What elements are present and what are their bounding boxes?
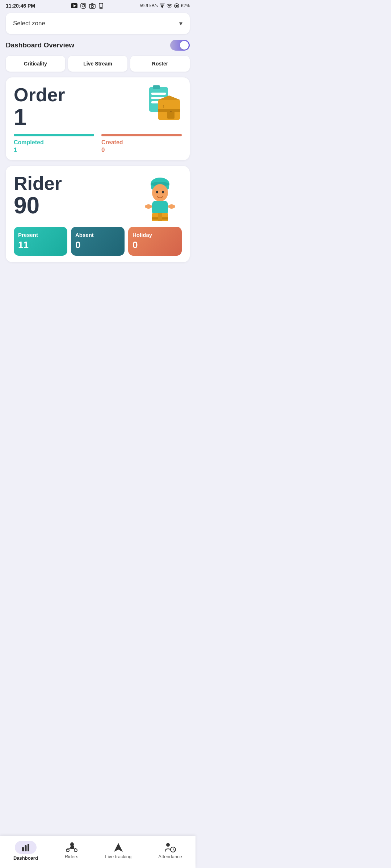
dashboard-toggle[interactable] [170, 40, 190, 51]
svg-rect-2 [81, 3, 86, 8]
status-right: 59.9 kB/s 62% [140, 3, 190, 8]
sync-icon [174, 3, 179, 8]
present-label: Present [18, 232, 63, 238]
svg-rect-23 [167, 111, 175, 119]
battery-percent: 62% [181, 3, 190, 8]
svg-rect-38 [158, 213, 162, 221]
network-speed: 59.9 kB/s [140, 3, 158, 8]
created-stat: Created 0 [101, 134, 182, 154]
main-content: Select zone ▾ Dashboard Overview Critica… [0, 10, 196, 297]
order-card: Order 1 [6, 77, 190, 160]
svg-text:↑: ↑ [162, 104, 164, 109]
svg-point-4 [84, 4, 85, 5]
svg-point-31 [156, 191, 158, 193]
rider-title: Rider [14, 174, 62, 193]
completed-value: 1 [14, 146, 94, 154]
svg-point-34 [145, 204, 152, 209]
rider-text: Rider 90 [14, 174, 62, 218]
holiday-label: Holiday [133, 232, 177, 238]
completed-bar [14, 134, 94, 136]
holiday-stat: Holiday 0 [128, 227, 182, 256]
svg-marker-11 [161, 6, 163, 8]
rider-number: 90 [14, 193, 62, 218]
tab-live-stream[interactable]: Live Stream [68, 56, 127, 72]
svg-point-12 [169, 8, 170, 8]
absent-stat: Absent 0 [71, 227, 125, 256]
svg-rect-19 [153, 85, 160, 89]
rider-illustration [138, 174, 182, 221]
absent-value: 0 [75, 239, 120, 251]
present-stat: Present 11 [14, 227, 67, 256]
svg-rect-22 [158, 109, 180, 112]
camera-icon [89, 3, 96, 9]
tab-criticality[interactable]: Criticality [6, 56, 65, 72]
order-number: 1 [14, 106, 65, 129]
zone-selector-label: Select zone [13, 20, 45, 27]
dashboard-title: Dashboard Overview [6, 41, 74, 49]
status-bar: 11:20:46 PM 59.9 kB/s [0, 0, 196, 10]
svg-point-14 [176, 5, 178, 7]
order-text: Order 1 [14, 85, 65, 129]
phone-icon [98, 3, 104, 9]
order-stats: Completed 1 Created 0 [14, 134, 182, 154]
svg-point-6 [91, 5, 93, 8]
created-value: 0 [101, 146, 182, 154]
rider-card: Rider 90 [6, 166, 190, 262]
order-title: Order [14, 85, 65, 104]
holiday-value: 0 [133, 239, 177, 251]
status-time: 11:20:46 PM [6, 3, 35, 9]
zone-selector[interactable]: Select zone ▾ [6, 13, 190, 34]
instagram-icon [80, 3, 86, 9]
youtube-icon [71, 3, 77, 8]
tab-roster[interactable]: Roster [130, 56, 190, 72]
chevron-down-icon: ▾ [179, 20, 182, 27]
svg-point-35 [168, 204, 175, 209]
completed-label: Completed [14, 139, 94, 146]
created-label: Created [101, 139, 182, 146]
created-bar [101, 134, 182, 136]
wifi-icon [167, 4, 172, 8]
svg-point-3 [82, 5, 85, 7]
dashboard-tabs: Criticality Live Stream Roster [6, 56, 190, 72]
absent-label: Absent [75, 232, 120, 238]
rider-top: Rider 90 [14, 174, 182, 221]
svg-point-32 [162, 191, 164, 193]
status-social-icons [71, 3, 104, 9]
order-top: Order 1 [14, 85, 182, 129]
signal-icon [160, 3, 165, 8]
svg-rect-16 [151, 93, 166, 95]
order-box-illustration: ↑ [138, 85, 182, 125]
dashboard-header: Dashboard Overview [6, 40, 190, 51]
completed-stat: Completed 1 [14, 134, 94, 154]
present-value: 11 [18, 239, 63, 251]
rider-stats: Present 11 Absent 0 Holiday 0 [14, 227, 182, 256]
svg-point-30 [152, 184, 168, 201]
